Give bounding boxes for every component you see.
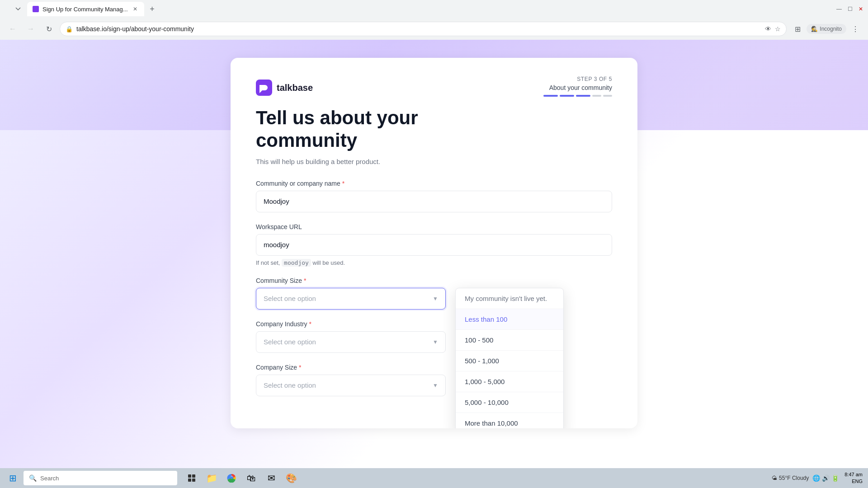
dropdown-item-100-500[interactable]: 100 - 500 xyxy=(456,330,563,351)
dropdown-item-less-100[interactable]: Less than 100 xyxy=(456,309,563,330)
weather-text: 55°F Cloudy xyxy=(779,475,809,481)
taskbar-system-icons: 🌐 🔊 🔋 xyxy=(812,474,839,482)
workspace-url-hint-code: moodjoy xyxy=(282,259,311,267)
taskbar-language: ENG xyxy=(844,478,863,485)
required-star-size: * xyxy=(304,277,306,284)
page-content: talkbase STEP 3 OF 5 About your communit… xyxy=(0,40,868,472)
address-bar-row: ← → ↻ 🔒 talkbase.io/sign-up/about-your-c… xyxy=(0,18,868,40)
step-dot-3 xyxy=(576,95,590,97)
lock-icon: 🔒 xyxy=(66,26,73,33)
form-title: Tell us about your community xyxy=(256,107,612,152)
dropdown-item-500-1000[interactable]: 500 - 1,000 xyxy=(456,351,563,371)
star-icon[interactable]: ☆ xyxy=(775,25,781,33)
address-bar[interactable]: 🔒 talkbase.io/sign-up/about-your-communi… xyxy=(60,22,787,36)
required-star: * xyxy=(342,180,344,187)
title-bar: Sign Up for Community Manag... ✕ + — ☐ ✕ xyxy=(0,0,868,18)
community-size-select[interactable]: Select one option ▼ xyxy=(256,288,446,310)
menu-button[interactable]: ⋮ xyxy=(848,22,863,36)
browser-tab[interactable]: Sign Up for Community Manag... ✕ xyxy=(27,2,144,16)
step-dot-2 xyxy=(560,95,574,97)
required-star-company-size: * xyxy=(299,364,301,371)
step-dot-4 xyxy=(592,95,601,97)
tab-bar: Sign Up for Community Manag... ✕ + xyxy=(7,1,832,17)
taskbar-right: 🌤 55°F Cloudy 🌐 🔊 🔋 8:47 am ENG xyxy=(772,471,864,485)
svg-rect-2 xyxy=(192,474,195,478)
forward-button[interactable]: → xyxy=(24,22,38,36)
step-label-text: About your community xyxy=(543,84,612,91)
dropdown-item-more-10000[interactable]: More than 10,000 xyxy=(456,413,563,428)
close-button[interactable]: ✕ xyxy=(857,5,864,13)
company-industry-select-wrapper: Select one option ▼ xyxy=(256,331,446,353)
back-button[interactable]: ← xyxy=(5,22,20,36)
taskbar-chrome[interactable] xyxy=(222,470,241,486)
minimize-button[interactable]: — xyxy=(835,5,843,13)
network-icon[interactable]: 🌐 xyxy=(812,474,820,482)
start-button[interactable]: ⊞ xyxy=(4,471,22,485)
taskbar-search-icon: 🔍 xyxy=(29,474,37,482)
community-name-label: Community or company name * xyxy=(256,180,612,187)
extensions-button[interactable]: ⊞ xyxy=(790,22,805,36)
taskbar: ⊞ 🔍 Search 📁 🛍 ✉ 🎨 xyxy=(0,468,868,488)
volume-icon[interactable]: 🔊 xyxy=(822,474,830,482)
workspace-url-input[interactable] xyxy=(256,234,612,256)
community-size-field-group: Community Size * Select one option ▼ My … xyxy=(256,277,612,310)
community-size-placeholder: Select one option xyxy=(264,295,316,302)
community-name-field-group: Community or company name * xyxy=(256,180,612,212)
step-indicator: STEP 3 OF 5 About your community xyxy=(543,76,612,97)
tab-close-button[interactable]: ✕ xyxy=(132,5,139,13)
incognito-label: Incognito xyxy=(820,26,842,32)
eye-slash-icon: 👁 xyxy=(765,25,771,33)
dropdown-item-live[interactable]: My community isn't live yet. xyxy=(456,288,563,309)
tab-title: Sign Up for Community Manag... xyxy=(42,6,128,13)
community-size-dropdown: My community isn't live yet. Less than 1… xyxy=(455,288,564,428)
dropdown-item-5000-10000[interactable]: 5,000 - 10,000 xyxy=(456,392,563,413)
taskbar-apps: 📁 🛍 ✉ 🎨 xyxy=(183,470,300,486)
form-title-line2: community xyxy=(256,130,357,151)
workspace-url-field-group: Workspace URL If not set, moodjoy will b… xyxy=(256,223,612,266)
weather-icon: 🌤 xyxy=(772,475,777,481)
form-body: Community or company name * Workspace UR… xyxy=(256,180,612,396)
community-size-select-wrapper: Select one option ▼ My community isn't l… xyxy=(256,288,446,310)
taskbar-mail[interactable]: ✉ xyxy=(262,470,280,486)
dropdown-item-1000-5000[interactable]: 1,000 - 5,000 xyxy=(456,371,563,392)
windows-logo-icon: ⊞ xyxy=(9,473,17,483)
taskbar-app-extra[interactable]: 🎨 xyxy=(282,470,300,486)
incognito-badge[interactable]: 🕵 Incognito xyxy=(807,24,846,34)
chevron-down-icon-company-size: ▼ xyxy=(433,382,438,389)
chevron-down-icon-industry: ▼ xyxy=(433,339,438,345)
battery-icon[interactable]: 🔋 xyxy=(831,474,839,482)
company-size-select-wrapper: Select one option ▼ xyxy=(256,375,446,396)
community-size-label: Community Size * xyxy=(256,277,612,284)
step-progress-dots xyxy=(543,95,612,97)
company-size-placeholder: Select one option xyxy=(264,381,316,389)
company-size-select[interactable]: Select one option ▼ xyxy=(256,375,446,396)
address-bar-icons: 👁 ☆ xyxy=(765,25,781,33)
taskbar-store[interactable]: 🛍 xyxy=(242,470,260,486)
taskbar-file-explorer[interactable]: 📁 xyxy=(203,470,221,486)
required-star-industry: * xyxy=(309,320,311,328)
taskbar-weather[interactable]: 🌤 55°F Cloudy xyxy=(772,475,809,481)
svg-rect-3 xyxy=(188,479,191,482)
new-tab-button[interactable]: + xyxy=(146,3,159,15)
chevron-down-icon: ▼ xyxy=(433,296,438,302)
reload-button[interactable]: ↻ xyxy=(42,22,56,36)
svg-rect-1 xyxy=(188,474,191,478)
tab-list-button[interactable] xyxy=(11,2,25,16)
community-name-input[interactable] xyxy=(256,191,612,212)
browser-actions: ⊞ 🕵 Incognito ⋮ xyxy=(790,22,863,36)
maximize-button[interactable]: ☐ xyxy=(846,5,854,13)
taskbar-search-box[interactable]: 🔍 Search xyxy=(24,471,177,485)
company-industry-select[interactable]: Select one option ▼ xyxy=(256,331,446,353)
workspace-url-label: Workspace URL xyxy=(256,223,612,230)
step-dot-1 xyxy=(543,95,558,97)
taskbar-clock[interactable]: 8:47 am ENG xyxy=(843,471,864,485)
browser-chrome: Sign Up for Community Manag... ✕ + — ☐ ✕… xyxy=(0,0,868,40)
form-container: talkbase STEP 3 OF 5 About your communit… xyxy=(231,58,637,428)
url-text: talkbase.io/sign-up/about-your-community xyxy=(76,25,761,33)
step-dot-5 xyxy=(603,95,612,97)
form-subtitle: This will help us building a better prod… xyxy=(256,158,612,165)
taskbar-search-text: Search xyxy=(40,475,59,482)
workspace-url-hint: If not set, moodjoy will be used. xyxy=(256,259,612,266)
taskbar-task-view[interactable] xyxy=(183,470,201,486)
svg-rect-4 xyxy=(192,479,195,482)
